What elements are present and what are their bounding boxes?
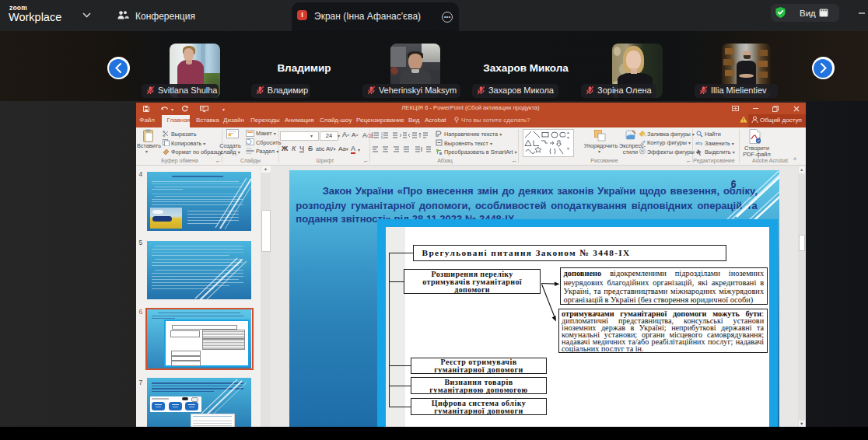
- svg-text:3: 3: [381, 136, 383, 139]
- svg-text:ab: ab: [695, 141, 701, 145]
